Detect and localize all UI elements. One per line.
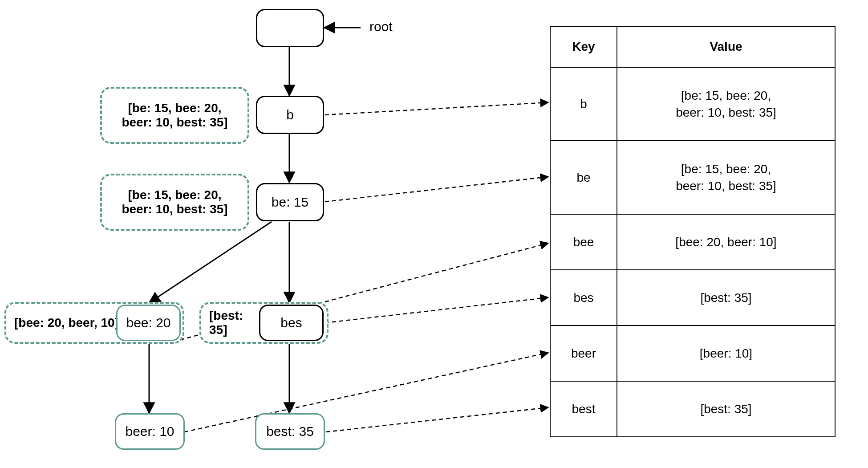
table-cell-value: [beer: 10] xyxy=(617,326,835,381)
table-cell-key: bes xyxy=(550,270,617,326)
table-cell-key: be xyxy=(550,141,617,214)
table-cell-key: beer xyxy=(550,326,617,381)
table-header-value: Value xyxy=(617,26,835,67)
table-row: b [be: 15, bee: 20, beer: 10, best: 35] xyxy=(550,67,835,141)
table-cell-value: [bee: 20, beer: 10] xyxy=(617,214,835,270)
annotation-be-text: [be: 15, bee: 20, beer: 10, best: 35] xyxy=(112,188,238,216)
mapping-table: Key Value b [be: 15, bee: 20, beer: 10, … xyxy=(550,26,836,437)
node-best: best: 35 xyxy=(255,413,325,450)
table-row: bee [bee: 20, beer: 10] xyxy=(550,214,835,270)
table-row: best [best: 35] xyxy=(550,381,835,437)
svg-line-3 xyxy=(149,222,272,303)
table-row: beer [beer: 10] xyxy=(550,326,835,381)
table-cell-key: b xyxy=(550,67,617,141)
table-row: bes [best: 35] xyxy=(550,270,835,326)
node-b: b xyxy=(256,96,324,134)
node-bes: bes xyxy=(259,305,324,341)
root-label: root xyxy=(369,19,393,34)
svg-line-12 xyxy=(326,407,548,432)
node-beer: beer: 10 xyxy=(115,413,185,450)
annotation-bes-text: [best: 35] xyxy=(209,309,263,337)
table-header-key: Key xyxy=(550,26,617,67)
table-cell-key: bee xyxy=(550,214,617,270)
node-root xyxy=(256,9,324,47)
annotation-b: [be: 15, bee: 20, beer: 10, best: 35] xyxy=(100,87,249,144)
annotation-bee-text: [bee: 20, beer, 10] xyxy=(14,316,126,330)
svg-line-11 xyxy=(184,353,548,432)
table-cell-value: [be: 15, bee: 20, beer: 10, best: 35] xyxy=(617,141,835,214)
annotation-be: [be: 15, bee: 20, beer: 10, best: 35] xyxy=(100,174,249,231)
node-be: be: 15 xyxy=(256,183,324,221)
table-cell-value: [be: 15, bee: 20, beer: 10, best: 35] xyxy=(617,67,835,141)
table-cell-value: [best: 35] xyxy=(617,270,835,326)
annotation-b-text: [be: 15, bee: 20, beer: 10, best: 35] xyxy=(112,101,238,130)
node-bee: bee: 20 xyxy=(116,305,181,341)
svg-line-8 xyxy=(325,177,548,202)
table-cell-value: [best: 35] xyxy=(617,381,835,437)
svg-line-10 xyxy=(325,297,548,323)
svg-line-7 xyxy=(325,102,548,115)
table-cell-key: best xyxy=(550,381,617,437)
table-row: be [be: 15, bee: 20, beer: 10, best: 35] xyxy=(550,141,835,214)
